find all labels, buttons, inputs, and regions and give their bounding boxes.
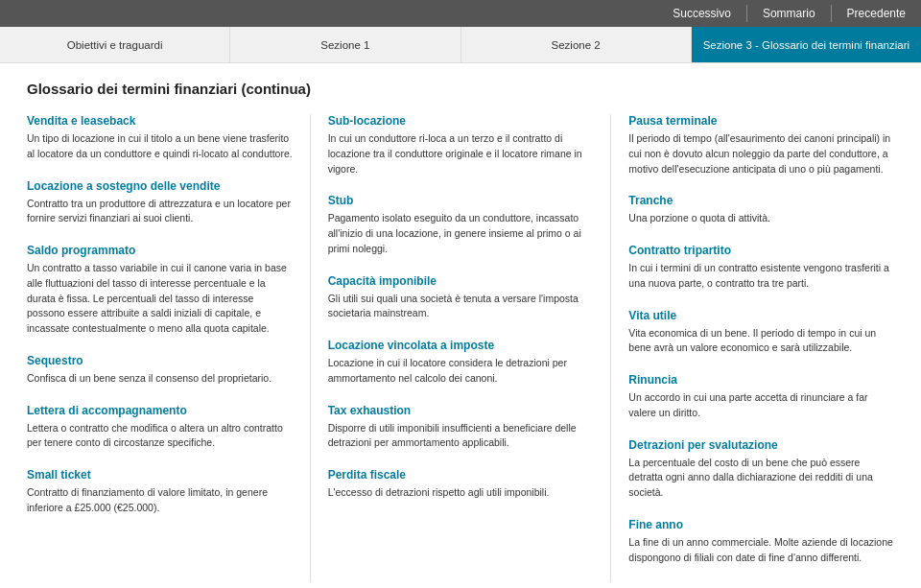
term-small-ticket: Small ticket Contratto di finanziamento … <box>27 468 293 516</box>
nav-sommario[interactable]: Sommario <box>747 0 831 27</box>
term-tranche: Tranche Una porzione o quota di attività… <box>628 194 894 226</box>
term-title-lettera: Lettera di accompagnamento <box>27 404 293 417</box>
term-body-locazione-vincolata: Locazione in cui il locatore considera l… <box>328 356 594 387</box>
term-body-small-ticket: Contratto di finanziamento di valore lim… <box>27 485 293 516</box>
column-2: Sub-locazione In cui un conduttore ri-lo… <box>315 114 607 582</box>
column-1: Vendita e leaseback Un tipo di locazione… <box>27 114 306 582</box>
term-contratto-tripartito: Contratto tripartito In cui i termini di… <box>628 244 894 292</box>
term-title-pausa: Pausa terminale <box>628 114 894 128</box>
term-stub: Stub Pagamento isolato eseguito da un co… <box>328 194 594 256</box>
term-locazione-sostegno: Locazione a sostegno delle vendite Contr… <box>27 179 293 227</box>
term-body-fine-anno: La fine di un anno commerciale. Molte az… <box>628 535 894 566</box>
term-body-lettera: Lettera o contratto che modifica o alter… <box>27 421 293 452</box>
term-body-sub-locazione: In cui un conduttore ri-loca a un terzo … <box>328 131 594 176</box>
term-sequestro: Sequestro Confisca di un bene senza il c… <box>27 354 293 387</box>
term-title-stub: Stub <box>328 194 594 207</box>
term-title-tranche: Tranche <box>628 194 894 207</box>
nav-precedente[interactable]: Precedente <box>832 0 921 27</box>
term-title-locazione-sostegno: Locazione a sostegno delle vendite <box>27 179 293 193</box>
column-3: Pausa terminale Il periodo di tempo (all… <box>615 114 894 582</box>
term-detrazioni-svalutazione: Detrazioni per svalutazione La percentua… <box>628 438 894 501</box>
term-title-detrazioni: Detrazioni per svalutazione <box>628 438 894 452</box>
col-divider-2 <box>610 114 611 582</box>
term-tax-exhaustion: Tax exhaustion Disporre di utili imponib… <box>328 404 594 452</box>
term-saldo-programmato: Saldo programmato Un contratto a tasso v… <box>27 244 293 337</box>
page-title: Glossario dei termini finanziari (contin… <box>27 81 894 97</box>
term-locazione-vincolata: Locazione vincolata a imposte Locazione … <box>328 339 594 387</box>
term-title-perdita: Perdita fiscale <box>328 468 594 482</box>
term-body-locazione-sostegno: Contratto tra un produttore di attrezzat… <box>27 197 293 227</box>
term-body-pausa: Il periodo di tempo (all'esaurimento dei… <box>628 131 894 176</box>
section-2[interactable]: Sezione 2 <box>461 27 692 62</box>
term-title-sub-locazione: Sub-locazione <box>328 114 594 128</box>
term-capacita-imponibile: Capacità imponibile Gli utili sui quali … <box>328 274 594 322</box>
term-title-rinuncia: Rinuncia <box>628 373 894 387</box>
term-title-vita-utile: Vita utile <box>628 309 894 322</box>
term-rinuncia: Rinuncia Un accordo in cui una parte acc… <box>628 373 894 421</box>
term-title-capacita: Capacità imponibile <box>328 274 594 288</box>
term-title-tripartito: Contratto tripartito <box>628 244 894 257</box>
term-vendita-leaseback: Vendita e leaseback Un tipo di locazione… <box>27 114 293 162</box>
term-lettera: Lettera di accompagnamento Lettera o con… <box>27 404 293 452</box>
nav-successivo[interactable]: Successivo <box>657 0 746 27</box>
term-vita-utile: Vita utile Vita economica di un bene. Il… <box>628 309 894 357</box>
term-title-fine-anno: Fine anno <box>628 518 894 531</box>
term-body-sequestro: Confisca di un bene senza il consenso de… <box>27 371 293 387</box>
section-1[interactable]: Sezione 1 <box>230 27 460 62</box>
section-nav: Obiettivi e traguardi Sezione 1 Sezione … <box>0 27 921 63</box>
term-title-locazione-vincolata: Locazione vincolata a imposte <box>328 339 594 352</box>
term-body-detrazioni: La percentuale del costo di un bene che … <box>628 456 894 501</box>
term-body-tripartito: In cui i termini di un contratto esisten… <box>628 261 894 292</box>
term-title-small-ticket: Small ticket <box>27 468 293 482</box>
term-body-capacita: Gli utili sui quali una società è tenuta… <box>328 292 594 322</box>
section-obiettivi[interactable]: Obiettivi e traguardi <box>0 27 230 62</box>
section-3[interactable]: Sezione 3 - Glossario dei termini finanz… <box>692 27 921 62</box>
term-sub-locazione: Sub-locazione In cui un conduttore ri-lo… <box>328 114 594 176</box>
term-body-tax-exhaustion: Disporre di utili imponibili insufficien… <box>328 421 594 452</box>
term-title-vendita: Vendita e leaseback <box>27 114 293 128</box>
term-perdita-fiscale: Perdita fiscale L'eccesso di detrazioni … <box>328 468 594 501</box>
term-body-saldo: Un contratto a tasso variabile in cui il… <box>27 261 293 337</box>
term-pausa-terminale: Pausa terminale Il periodo di tempo (all… <box>628 114 894 176</box>
term-title-saldo: Saldo programmato <box>27 244 293 257</box>
term-body-vendita: Un tipo di locazione in cui il titolo a … <box>27 131 293 162</box>
term-body-rinuncia: Un accordo in cui una parte accetta di r… <box>628 390 894 421</box>
term-body-stub: Pagamento isolato eseguito da un condutt… <box>328 211 594 256</box>
top-nav: Successivo Sommario Precedente <box>0 0 921 27</box>
term-body-tranche: Una porzione o quota di attività. <box>628 211 894 226</box>
term-body-perdita: L'eccesso di detrazioni rispetto agli ut… <box>328 485 594 501</box>
term-body-vita-utile: Vita economica di un bene. Il periodo di… <box>628 326 894 357</box>
term-title-sequestro: Sequestro <box>27 354 293 367</box>
term-title-tax-exhaustion: Tax exhaustion <box>328 404 594 417</box>
col-divider-1 <box>310 114 311 582</box>
term-fine-anno: Fine anno La fine di un anno commerciale… <box>628 518 894 566</box>
